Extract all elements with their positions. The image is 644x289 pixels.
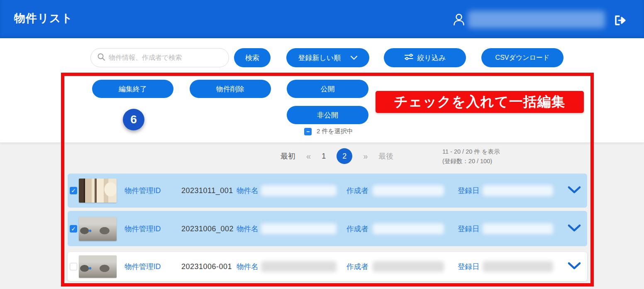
row-checkbox[interactable]: ✓: [70, 187, 77, 194]
publish-label: 公開: [321, 84, 335, 94]
creator-label: 作成者: [346, 186, 368, 196]
sort-dropdown-label: 登録新しい順: [298, 53, 341, 63]
property-name-label: 物件名: [237, 262, 259, 272]
finish-edit-button[interactable]: 編集終了: [92, 80, 173, 98]
filter-button-label: 絞り込み: [417, 53, 446, 63]
csv-download-label: CSVダウンロード: [495, 54, 550, 62]
pagination: 最初 « 1 2 » 最後: [281, 148, 393, 164]
expand-chevron-icon[interactable]: [568, 262, 581, 271]
selected-count-text: 2 件を選択中: [317, 127, 353, 135]
search-button[interactable]: 検索: [234, 48, 271, 67]
expand-chevron-icon[interactable]: [568, 224, 581, 233]
pagination-page-1[interactable]: 1: [322, 152, 326, 161]
logout-icon[interactable]: [614, 15, 627, 27]
filter-sliders-icon: [404, 53, 413, 63]
property-id-label: 物件管理ID: [124, 186, 161, 196]
property-id-label: 物件管理ID: [124, 262, 161, 272]
unpublish-button[interactable]: 非公開: [287, 106, 368, 124]
property-thumbnail[interactable]: [79, 217, 117, 241]
creator-label: 作成者: [346, 262, 368, 272]
result-range-info: 11 - 20 / 20 件 を表示 (登録数：20 / 100): [442, 147, 500, 166]
search-input[interactable]: [109, 54, 229, 61]
delete-property-button[interactable]: 物件削除: [190, 80, 271, 98]
property-row: ✓ 物件管理ID 20231006_002 物件名 作成者 登録日: [68, 211, 587, 246]
property-row: 物件管理ID 20231006-001 物件名 作成者 登録日: [68, 252, 587, 281]
creator-label: 作成者: [346, 224, 368, 234]
property-name-blurred: [261, 223, 337, 234]
property-name-label: 物件名: [237, 224, 259, 234]
annotation-label: チェックを入れて一括編集: [376, 91, 584, 113]
pagination-next[interactable]: »: [363, 152, 368, 161]
toolbar: 検索 登録新しい順 絞り込み: [0, 38, 644, 142]
registration-date-label: 登録日: [458, 186, 480, 196]
user-icon: [453, 13, 465, 27]
registration-date-blurred: [483, 261, 553, 272]
creator-blurred: [373, 185, 444, 196]
page-title: 物件リスト: [14, 11, 73, 26]
finish-edit-label: 編集終了: [119, 84, 147, 94]
creator-blurred: [373, 261, 444, 272]
property-id-label: 物件管理ID: [124, 224, 161, 234]
step-number-badge: 6: [123, 109, 144, 130]
property-id-value: 20231006_002: [181, 224, 234, 233]
property-name-blurred: [261, 261, 337, 272]
filter-button[interactable]: 絞り込み: [384, 48, 466, 67]
search-box: [90, 48, 229, 67]
select-all-checkbox[interactable]: −: [304, 128, 312, 135]
unpublish-label: 非公開: [317, 110, 338, 120]
pagination-last[interactable]: 最後: [378, 151, 393, 161]
registration-date-blurred: [483, 185, 553, 196]
selected-count-line: − 2 件を選択中: [304, 127, 353, 135]
creator-blurred: [373, 223, 444, 234]
property-thumbnail[interactable]: [79, 179, 117, 203]
chevron-down-icon: [351, 54, 357, 62]
expand-chevron-icon[interactable]: [568, 186, 581, 195]
sort-dropdown-button[interactable]: 登録新しい順: [286, 48, 369, 67]
property-row: ✓ 物件管理ID 20231011_001 物件名 作成者 登録日: [68, 174, 587, 208]
user-name-blurred: [468, 11, 605, 28]
app-header: 物件リスト: [0, 0, 644, 38]
search-button-label: 検索: [245, 53, 259, 63]
property-name-label: 物件名: [237, 186, 259, 196]
range-text: 11 - 20 / 20 件 を表示: [442, 147, 500, 157]
publish-button[interactable]: 公開: [287, 80, 368, 98]
registration-date-label: 登録日: [458, 262, 480, 272]
pagination-first[interactable]: 最初: [281, 151, 295, 161]
search-icon: [98, 53, 105, 62]
property-name-blurred: [261, 185, 337, 196]
property-id-value: 20231011_001: [181, 186, 233, 195]
csv-download-button[interactable]: CSVダウンロード: [481, 48, 564, 67]
property-thumbnail[interactable]: [79, 255, 117, 278]
page: 物件リスト 検索: [0, 0, 644, 289]
row-checkbox[interactable]: ✓: [70, 225, 77, 233]
total-text: (登録数：20 / 100): [442, 157, 500, 166]
registration-date-blurred: [483, 223, 553, 234]
registration-date-label: 登録日: [458, 224, 480, 234]
delete-property-label: 物件削除: [216, 84, 244, 94]
property-id-value: 20231006-001: [181, 262, 232, 271]
pagination-prev[interactable]: «: [306, 152, 311, 161]
pagination-page-2-current[interactable]: 2: [337, 148, 352, 164]
row-checkbox[interactable]: [70, 263, 77, 270]
